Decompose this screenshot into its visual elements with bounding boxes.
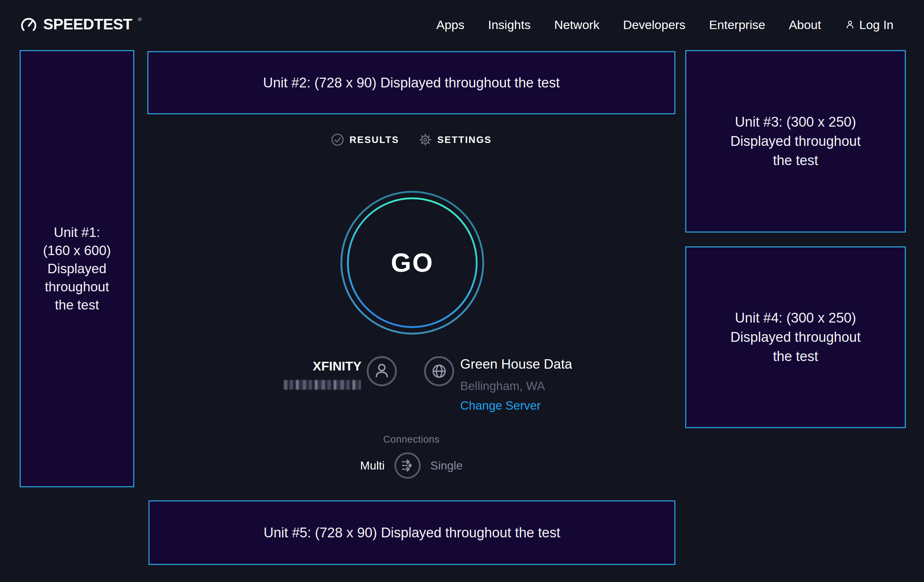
ad-line: Displayed throughout (730, 132, 860, 151)
main-nav: Apps Insights Network Developers Enterpr… (436, 18, 894, 32)
ad-line: the test (43, 296, 111, 314)
login-label: Log In (859, 18, 894, 32)
nav-item-about[interactable]: About (789, 18, 821, 32)
ad-line: the test (730, 347, 860, 366)
connection-multi-label[interactable]: Multi (360, 459, 385, 472)
nav-item-developers[interactable]: Developers (623, 18, 686, 32)
login-button[interactable]: Log In (845, 18, 894, 32)
nav-item-insights[interactable]: Insights (488, 18, 531, 32)
nav-item-apps[interactable]: Apps (436, 18, 465, 32)
logo-trademark: ® (138, 17, 142, 22)
connection-mode-toggle[interactable] (394, 452, 421, 479)
header: SPEEDTEST ® Apps Insights Network Develo… (0, 0, 924, 49)
gear-icon (419, 133, 432, 146)
multi-arrows-icon (403, 460, 411, 471)
server-globe-icon (424, 356, 454, 386)
isp-detail-redacted (284, 380, 361, 390)
check-circle-icon (331, 133, 344, 146)
gauge-icon (20, 16, 37, 33)
ad-unit-3-text: Unit #3: (300 x 250) Displayed throughou… (730, 112, 860, 170)
ad-line: Unit #1: (43, 224, 111, 242)
ad-line: Displayed throughout (730, 328, 860, 347)
go-label: GO (340, 190, 485, 335)
change-server-link[interactable]: Change Server (460, 399, 541, 412)
ad-unit-5-text: Unit #5: (728 x 90) Displayed throughout… (264, 523, 560, 542)
connections-row: Multi Single (147, 452, 675, 479)
isp-user-icon (366, 356, 397, 386)
tab-settings[interactable]: SETTINGS (419, 133, 492, 146)
ad-line: Unit #4: (300 x 250) (730, 308, 860, 328)
speedtest-logo[interactable]: SPEEDTEST ® (20, 16, 142, 33)
go-button[interactable]: GO (340, 190, 485, 335)
tab-settings-label: SETTINGS (437, 134, 492, 145)
ad-line: the test (730, 151, 860, 170)
ad-unit-4: Unit #4: (300 x 250) Displayed throughou… (685, 246, 906, 428)
host-info: XFINITY Green House Data Bellingham, WA … (147, 354, 675, 421)
ad-unit-5: Unit #5: (728 x 90) Displayed throughout… (148, 500, 675, 565)
connection-single-label[interactable]: Single (431, 459, 463, 472)
ad-unit-2-text: Unit #2: (728 x 90) Displayed throughout… (263, 73, 559, 92)
server-location: Bellingham, WA (460, 379, 545, 393)
server-name: Green House Data (460, 357, 573, 372)
ad-line: Unit #3: (300 x 250) (730, 112, 860, 132)
logo-text: SPEEDTEST (43, 16, 132, 33)
ad-unit-4-text: Unit #4: (300 x 250) Displayed throughou… (730, 308, 860, 366)
tab-results[interactable]: RESULTS (331, 133, 399, 146)
ad-line: throughout (43, 278, 111, 296)
ad-unit-1: Unit #1: (160 x 600) Displayed throughou… (20, 50, 134, 487)
ad-line: Displayed (43, 260, 111, 278)
tab-results-label: RESULTS (350, 134, 399, 145)
nav-item-network[interactable]: Network (554, 18, 599, 32)
nav-item-enterprise[interactable]: Enterprise (709, 18, 766, 32)
ad-unit-2: Unit #2: (728 x 90) Displayed throughout… (147, 51, 675, 114)
user-icon (845, 19, 855, 30)
view-tabs: RESULTS SETTINGS (147, 129, 675, 150)
ad-unit-3: Unit #3: (300 x 250) Displayed throughou… (685, 50, 906, 232)
ad-line: (160 x 600) (43, 242, 111, 260)
isp-name: XFINITY (313, 359, 361, 373)
connections-label: Connections (147, 434, 675, 445)
ad-unit-1-text: Unit #1: (160 x 600) Displayed throughou… (43, 224, 111, 314)
